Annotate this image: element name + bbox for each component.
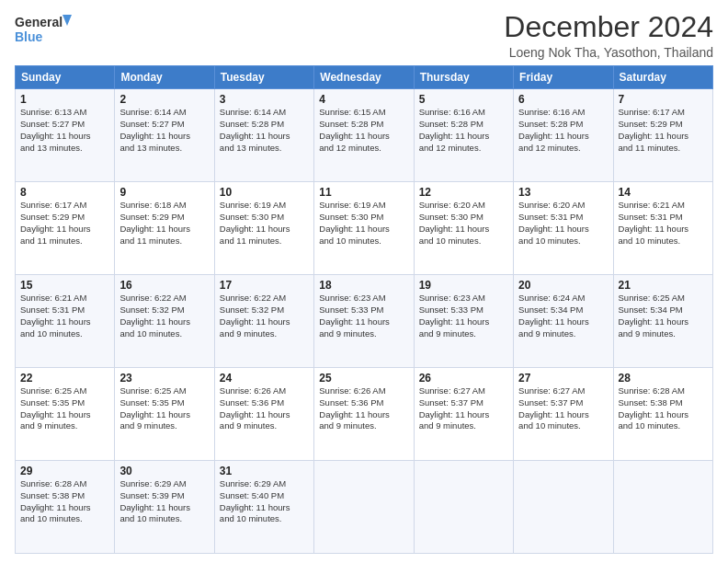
- day-number: 5: [419, 93, 508, 106]
- day-number: 16: [119, 279, 209, 292]
- day-number: 1: [20, 93, 109, 106]
- calendar-cell: 12Sunrise: 6:20 AMSunset: 5:30 PMDayligh…: [414, 182, 513, 275]
- calendar-cell: 8Sunrise: 6:17 AMSunset: 5:29 PMDaylight…: [16, 182, 115, 275]
- calendar-cell: 9Sunrise: 6:18 AMSunset: 5:29 PMDaylight…: [115, 182, 214, 275]
- calendar-cell: [314, 461, 414, 554]
- day-header-tuesday: Tuesday: [214, 66, 313, 89]
- day-info: Sunrise: 6:29 AMSunset: 5:39 PMDaylight:…: [119, 478, 209, 525]
- day-number: 29: [20, 465, 109, 477]
- day-number: 8: [20, 186, 109, 199]
- day-number: 11: [319, 186, 408, 199]
- day-header-wednesday: Wednesday: [314, 66, 414, 89]
- day-number: 27: [518, 372, 608, 385]
- day-header-monday: Monday: [115, 66, 214, 89]
- day-number: 18: [319, 279, 408, 292]
- header-row: SundayMondayTuesdayWednesdayThursdayFrid…: [16, 66, 713, 89]
- day-info: Sunrise: 6:28 AMSunset: 5:38 PMDaylight:…: [619, 385, 708, 432]
- svg-marker-2: [63, 15, 72, 26]
- title-section: December 2024 Loeng Nok Tha, Yasothon, T…: [504, 11, 713, 60]
- calendar-cell: 22Sunrise: 6:25 AMSunset: 5:35 PMDayligh…: [16, 368, 115, 461]
- day-info: Sunrise: 6:22 AMSunset: 5:32 PMDaylight:…: [119, 293, 209, 339]
- day-info: Sunrise: 6:14 AMSunset: 5:28 PMDaylight:…: [220, 107, 309, 154]
- day-info: Sunrise: 6:19 AMSunset: 5:30 PMDaylight:…: [319, 200, 408, 247]
- day-info: Sunrise: 6:17 AMSunset: 5:29 PMDaylight:…: [20, 200, 109, 247]
- day-number: 2: [119, 93, 209, 106]
- calendar-week-3: 22Sunrise: 6:25 AMSunset: 5:35 PMDayligh…: [16, 368, 713, 461]
- calendar-table: SundayMondayTuesdayWednesdayThursdayFrid…: [15, 65, 713, 554]
- day-info: Sunrise: 6:14 AMSunset: 5:27 PMDaylight:…: [119, 107, 209, 154]
- day-info: Sunrise: 6:13 AMSunset: 5:27 PMDaylight:…: [20, 107, 109, 154]
- day-info: Sunrise: 6:21 AMSunset: 5:31 PMDaylight:…: [20, 293, 109, 339]
- calendar-cell: 15Sunrise: 6:21 AMSunset: 5:31 PMDayligh…: [16, 275, 115, 368]
- day-info: Sunrise: 6:20 AMSunset: 5:31 PMDaylight:…: [518, 200, 608, 247]
- calendar-cell: 26Sunrise: 6:27 AMSunset: 5:37 PMDayligh…: [414, 368, 513, 461]
- calendar-cell: 27Sunrise: 6:27 AMSunset: 5:37 PMDayligh…: [514, 368, 613, 461]
- header: GeneralBlue December 2024 Loeng Nok Tha,…: [15, 11, 713, 60]
- calendar-week-0: 1Sunrise: 6:13 AMSunset: 5:27 PMDaylight…: [16, 89, 713, 182]
- day-info: Sunrise: 6:28 AMSunset: 5:38 PMDaylight:…: [20, 478, 109, 525]
- day-header-saturday: Saturday: [613, 66, 712, 89]
- calendar-cell: 11Sunrise: 6:19 AMSunset: 5:30 PMDayligh…: [314, 182, 414, 275]
- calendar-cell: [414, 461, 513, 554]
- day-number: 3: [220, 93, 309, 106]
- day-info: Sunrise: 6:27 AMSunset: 5:37 PMDaylight:…: [419, 385, 508, 432]
- day-info: Sunrise: 6:15 AMSunset: 5:28 PMDaylight:…: [319, 107, 408, 154]
- calendar-week-4: 29Sunrise: 6:28 AMSunset: 5:38 PMDayligh…: [16, 461, 713, 554]
- day-number: 22: [20, 372, 109, 385]
- day-info: Sunrise: 6:16 AMSunset: 5:28 PMDaylight:…: [419, 107, 508, 154]
- calendar-cell: 1Sunrise: 6:13 AMSunset: 5:27 PMDaylight…: [16, 89, 115, 182]
- day-info: Sunrise: 6:25 AMSunset: 5:34 PMDaylight:…: [619, 293, 708, 339]
- page: GeneralBlue December 2024 Loeng Nok Tha,…: [0, 0, 728, 563]
- day-number: 17: [220, 279, 309, 292]
- day-info: Sunrise: 6:29 AMSunset: 5:40 PMDaylight:…: [220, 478, 309, 525]
- day-number: 6: [518, 93, 608, 106]
- day-number: 25: [319, 372, 408, 385]
- calendar-cell: 14Sunrise: 6:21 AMSunset: 5:31 PMDayligh…: [613, 182, 712, 275]
- day-info: Sunrise: 6:19 AMSunset: 5:30 PMDaylight:…: [220, 200, 309, 247]
- day-info: Sunrise: 6:23 AMSunset: 5:33 PMDaylight:…: [319, 293, 408, 339]
- day-number: 20: [518, 279, 608, 292]
- day-info: Sunrise: 6:25 AMSunset: 5:35 PMDaylight:…: [119, 385, 209, 432]
- day-info: Sunrise: 6:20 AMSunset: 5:30 PMDaylight:…: [419, 200, 508, 247]
- location: Loeng Nok Tha, Yasothon, Thailand: [504, 45, 713, 60]
- month-title: December 2024: [504, 11, 713, 43]
- svg-text:Blue: Blue: [15, 29, 43, 44]
- calendar-cell: 25Sunrise: 6:26 AMSunset: 5:36 PMDayligh…: [314, 368, 414, 461]
- day-number: 9: [119, 186, 209, 199]
- calendar-cell: 19Sunrise: 6:23 AMSunset: 5:33 PMDayligh…: [414, 275, 513, 368]
- day-header-friday: Friday: [514, 66, 613, 89]
- calendar-cell: 3Sunrise: 6:14 AMSunset: 5:28 PMDaylight…: [214, 89, 313, 182]
- day-info: Sunrise: 6:25 AMSunset: 5:35 PMDaylight:…: [20, 385, 109, 432]
- day-info: Sunrise: 6:27 AMSunset: 5:37 PMDaylight:…: [518, 385, 608, 432]
- logo: GeneralBlue: [15, 11, 79, 50]
- calendar-cell: 16Sunrise: 6:22 AMSunset: 5:32 PMDayligh…: [115, 275, 214, 368]
- calendar-cell: 17Sunrise: 6:22 AMSunset: 5:32 PMDayligh…: [214, 275, 313, 368]
- day-number: 23: [119, 372, 209, 385]
- calendar-week-1: 8Sunrise: 6:17 AMSunset: 5:29 PMDaylight…: [16, 182, 713, 275]
- calendar-cell: 10Sunrise: 6:19 AMSunset: 5:30 PMDayligh…: [214, 182, 313, 275]
- day-number: 4: [319, 93, 408, 106]
- calendar-cell: 31Sunrise: 6:29 AMSunset: 5:40 PMDayligh…: [214, 461, 313, 554]
- day-info: Sunrise: 6:23 AMSunset: 5:33 PMDaylight:…: [419, 293, 508, 339]
- calendar-cell: 4Sunrise: 6:15 AMSunset: 5:28 PMDaylight…: [314, 89, 414, 182]
- day-number: 26: [419, 372, 508, 385]
- day-header-sunday: Sunday: [16, 66, 115, 89]
- calendar-week-2: 15Sunrise: 6:21 AMSunset: 5:31 PMDayligh…: [16, 275, 713, 368]
- day-info: Sunrise: 6:22 AMSunset: 5:32 PMDaylight:…: [220, 293, 309, 339]
- logo-svg: GeneralBlue: [15, 11, 79, 50]
- calendar-cell: 6Sunrise: 6:16 AMSunset: 5:28 PMDaylight…: [514, 89, 613, 182]
- day-info: Sunrise: 6:17 AMSunset: 5:29 PMDaylight:…: [619, 107, 708, 154]
- day-number: 28: [619, 372, 708, 385]
- day-info: Sunrise: 6:26 AMSunset: 5:36 PMDaylight:…: [220, 385, 309, 432]
- day-info: Sunrise: 6:18 AMSunset: 5:29 PMDaylight:…: [119, 200, 209, 247]
- calendar-cell: 24Sunrise: 6:26 AMSunset: 5:36 PMDayligh…: [214, 368, 313, 461]
- day-header-thursday: Thursday: [414, 66, 513, 89]
- day-number: 30: [119, 465, 209, 477]
- svg-text:General: General: [15, 15, 63, 29]
- calendar-cell: 13Sunrise: 6:20 AMSunset: 5:31 PMDayligh…: [514, 182, 613, 275]
- day-info: Sunrise: 6:24 AMSunset: 5:34 PMDaylight:…: [518, 293, 608, 339]
- calendar-cell: 29Sunrise: 6:28 AMSunset: 5:38 PMDayligh…: [16, 461, 115, 554]
- day-info: Sunrise: 6:26 AMSunset: 5:36 PMDaylight:…: [319, 385, 408, 432]
- calendar-cell: 21Sunrise: 6:25 AMSunset: 5:34 PMDayligh…: [613, 275, 712, 368]
- calendar-cell: 2Sunrise: 6:14 AMSunset: 5:27 PMDaylight…: [115, 89, 214, 182]
